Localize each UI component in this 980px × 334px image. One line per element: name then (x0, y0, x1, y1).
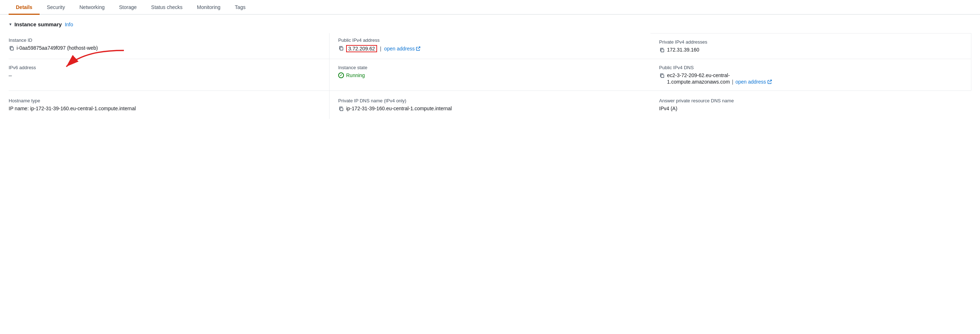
open-address-link[interactable]: open address (384, 46, 421, 51)
public-dns-line1: ec2-3-72-209-62.eu-central- (667, 72, 772, 78)
instance-state-label: Instance state (338, 65, 642, 70)
svg-rect-4 (661, 49, 664, 52)
tab-status-checks[interactable]: Status checks (144, 0, 190, 15)
instance-state-text: Running (346, 72, 365, 78)
public-ipv4-dns-value-row: ec2-3-72-209-62.eu-central- 1.compute.am… (659, 72, 971, 85)
hostname-type-text: IP name: ip-172-31-39-160.eu-central-1.c… (9, 106, 136, 111)
ipv6-cell: IPv6 address – (9, 59, 329, 91)
instance-state-value-row: Running (338, 72, 642, 78)
section-title-text: Instance summary (14, 21, 62, 27)
tab-tags[interactable]: Tags (228, 0, 253, 15)
public-ipv4-highlighted: 3.72.209.62 (346, 45, 377, 52)
pipe-separator: | (380, 46, 382, 51)
private-ipv4-cell: Private IPv4 addresses 172.31.39.160 (651, 33, 971, 59)
section-header: ▼ Instance summary Info (9, 21, 971, 27)
public-ipv4-label: Public IPv4 address (338, 38, 642, 43)
svg-rect-7 (340, 108, 343, 111)
svg-line-3 (418, 47, 420, 49)
ipv6-label: IPv6 address (9, 65, 323, 70)
details-grid: Instance ID i-0aa59875aa749f097 (hothost… (9, 33, 971, 119)
info-link[interactable]: Info (65, 22, 73, 27)
main-content: ▼ Instance summary Info Instance ID (0, 15, 980, 126)
tabs-bar: Details Security Networking Storage Stat… (0, 0, 980, 15)
chevron-down-icon: ▼ (9, 22, 12, 26)
svg-line-6 (769, 80, 772, 82)
instance-id-label: Instance ID (9, 38, 323, 43)
svg-rect-1 (10, 47, 13, 50)
tab-networking[interactable]: Networking (72, 0, 112, 15)
tab-storage[interactable]: Storage (112, 0, 144, 15)
private-ipv4-value-row: 172.31.39.160 (659, 47, 971, 53)
instance-state-cell: Instance state Running (329, 59, 651, 91)
public-ipv4-dns-label: Public IPv4 DNS (659, 65, 971, 70)
public-ipv4-dns-cell: Public IPv4 DNS ec2-3-72-209-62.eu-centr… (651, 59, 971, 91)
ipv6-dash: – (9, 72, 12, 79)
public-dns-line2: 1.compute.amazonaws.com (667, 79, 730, 85)
hostname-type-cell: Hostname type IP name: ip-172-31-39-160.… (9, 91, 329, 119)
section-title: ▼ Instance summary (9, 21, 62, 27)
instance-id-text: i-0aa59875aa749f097 (hothost-web) (17, 45, 98, 51)
answer-private-cell: Answer private resource DNS name IPv4 (A… (651, 91, 971, 119)
copy-public-ipv4-icon[interactable] (338, 45, 344, 51)
private-ip-dns-label: Private IP DNS name (IPv4 only) (338, 98, 642, 103)
open-address-dns-link[interactable]: open address (735, 79, 772, 85)
private-ipv4-label: Private IPv4 addresses (659, 39, 971, 45)
dns-pipe-separator: | (732, 79, 733, 85)
running-badge: Running (338, 72, 365, 78)
instance-id-value-row: i-0aa59875aa749f097 (hothost-web) (9, 45, 323, 51)
copy-private-ipv4-icon[interactable] (659, 47, 665, 53)
answer-private-label: Answer private resource DNS name (659, 98, 971, 103)
external-dns-link-icon (767, 80, 772, 84)
private-ip-dns-value-row: ip-172-31-39-160.eu-central-1.compute.in… (338, 106, 642, 112)
instance-id-cell: Instance ID i-0aa59875aa749f097 (hothost… (9, 33, 329, 59)
public-ipv4-inline-row: 3.72.209.62 | open address (346, 45, 420, 52)
private-ipv4-text: 172.31.39.160 (667, 47, 700, 52)
public-ipv4-value-row: 3.72.209.62 | open address (338, 45, 642, 52)
dns-text-block: ec2-3-72-209-62.eu-central- 1.compute.am… (667, 72, 772, 85)
public-ipv4-cell: Public IPv4 address 3.72.209.62 | open a… (329, 33, 651, 59)
tab-details[interactable]: Details (9, 0, 40, 15)
dns-open-row: 1.compute.amazonaws.com | open address (667, 79, 772, 85)
svg-rect-5 (661, 75, 664, 78)
svg-rect-2 (340, 47, 343, 50)
ipv6-value-row: – (9, 72, 323, 79)
answer-private-text: IPv4 (A) (659, 106, 678, 111)
copy-private-dns-icon[interactable] (338, 106, 344, 112)
answer-private-value-row: IPv4 (A) (659, 106, 971, 111)
tab-security[interactable]: Security (40, 0, 72, 15)
copy-instance-id-icon[interactable] (9, 45, 14, 51)
private-ip-dns-cell: Private IP DNS name (IPv4 only) ip-172-3… (329, 91, 651, 119)
hostname-type-label: Hostname type (9, 98, 323, 103)
running-circle-icon (338, 72, 344, 78)
dns-value-row: ec2-3-72-209-62.eu-central- 1.compute.am… (659, 72, 772, 85)
hostname-type-value-row: IP name: ip-172-31-39-160.eu-central-1.c… (9, 106, 323, 111)
tab-monitoring[interactable]: Monitoring (190, 0, 228, 15)
copy-public-dns-icon[interactable] (659, 73, 665, 78)
private-ip-dns-text: ip-172-31-39-160.eu-central-1.compute.in… (346, 106, 452, 111)
external-link-icon (416, 46, 420, 51)
